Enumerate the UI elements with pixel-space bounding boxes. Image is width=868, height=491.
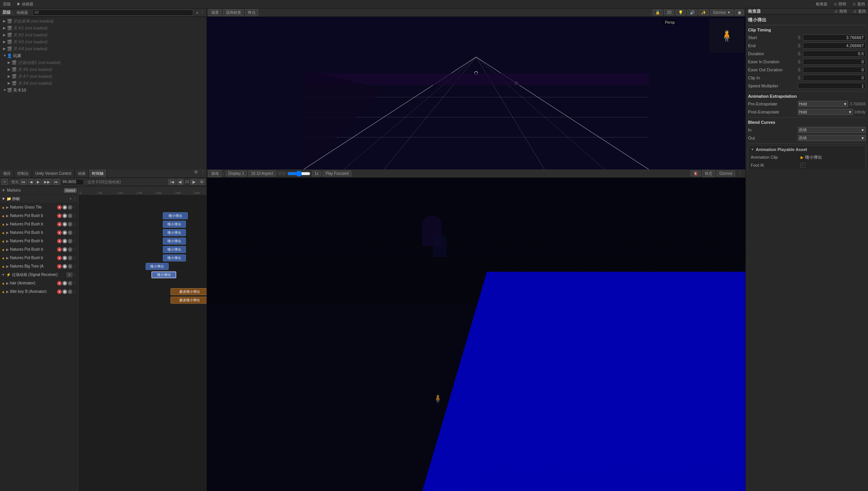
- render-mode-btn[interactable]: ▣: [735, 10, 744, 15]
- track-menu[interactable]: ⋮: [73, 214, 77, 218]
- signal-add-btn[interactable]: +: [67, 273, 72, 277]
- lock-btn[interactable]: ↕: [68, 230, 72, 235]
- mute-btn[interactable]: ◉: [62, 281, 67, 286]
- tree-item-start-menu[interactable]: ▶ 🎬 开始菜单 (not loaded): [0, 18, 207, 25]
- occlusion-btn[interactable]: ☆ 遮挡: [853, 9, 866, 14]
- tree-item-level8[interactable]: ▶ 🎬 关卡8 (not loaded): [0, 80, 207, 87]
- play-focused-btn[interactable]: Play Focused: [323, 171, 351, 176]
- panel-close-btn[interactable]: ⋮: [199, 169, 207, 177]
- tree-item-level7[interactable]: ▶ 🎬 关卡7 (not loaded): [0, 73, 207, 80]
- hierarchy-add-btn[interactable]: +: [196, 10, 199, 15]
- tree-item-level1[interactable]: ▶ 🎬 关卡1 (not loaded): [0, 25, 207, 31]
- endpoint-tab[interactable]: 终点: [245, 9, 258, 16]
- record-btn[interactable]: ●: [57, 205, 62, 210]
- track-menu[interactable]: ⋮: [73, 281, 77, 285]
- lock-btn[interactable]: ↕: [68, 264, 72, 269]
- hierarchy-search[interactable]: [33, 10, 193, 16]
- fx-btn[interactable]: ✨: [699, 10, 709, 15]
- mute-btn[interactable]: ◉: [62, 222, 67, 227]
- display-btn[interactable]: Display 1: [226, 171, 247, 176]
- lock-btn[interactable]: 🔒: [653, 10, 663, 15]
- clip-hair[interactable]: 蒙皮嗖小弹出: [171, 288, 207, 295]
- anim-clip-ref[interactable]: ▶ 嗖小弹出: [801, 154, 863, 160]
- mute-btn[interactable]: 🔇: [691, 171, 701, 176]
- speed-input[interactable]: [798, 83, 866, 89]
- track-hair[interactable]: ▲ ▶ hair (Animator) ● ◉ ↕ ⋮: [0, 279, 78, 287]
- lighting-btn[interactable]: ☆ 照明: [834, 9, 847, 14]
- lock-btn[interactable]: ↕: [68, 281, 72, 286]
- track-menu[interactable]: ⋮: [73, 231, 77, 235]
- track-little-boy[interactable]: ▲ ▶ little boy B (Animator) ● ◉ ↕ ⋮: [0, 287, 78, 296]
- hierarchy-menu-btn[interactable]: ⋮: [200, 10, 204, 15]
- clip-boy[interactable]: 蒙皮嗖小弹出: [171, 297, 207, 304]
- tree-item-level2[interactable]: ▶ 🎬 关卡2 (not loaded): [0, 31, 207, 38]
- tree-item-cutscene1[interactable]: ▶ 🎬 过场动画1 (not loaded): [0, 59, 207, 66]
- animation-tab-btn[interactable]: ▶ 动画器: [15, 1, 35, 7]
- group-static[interactable]: ▼ 📁 静帧 + ⋮: [0, 195, 78, 203]
- clip-pot-bush-2[interactable]: 嗖小弹出: [163, 229, 186, 236]
- lock-btn[interactable]: ↕: [68, 205, 72, 210]
- track-menu[interactable]: ⋮: [73, 290, 77, 294]
- tab-vcs[interactable]: Unity Version Control: [32, 169, 75, 177]
- record-btn[interactable]: ●: [57, 230, 62, 235]
- ease-out-input[interactable]: [803, 67, 866, 73]
- track-pot-bush-4[interactable]: ▲ ▶ Natures Pot Bush b ● ◉ ↕ ⋮: [0, 237, 78, 245]
- play-end-btn[interactable]: ⏭: [53, 179, 60, 185]
- track-menu[interactable]: ⋮: [73, 205, 77, 209]
- mute-btn[interactable]: ◉: [62, 230, 67, 235]
- track-menu[interactable]: ⋮: [73, 264, 77, 268]
- scene-tab[interactable]: 场景: [208, 9, 222, 16]
- record-btn[interactable]: ●: [57, 264, 62, 269]
- panel-resize-btn[interactable]: ⊞: [193, 169, 199, 177]
- record-btn[interactable]: ●: [57, 281, 62, 286]
- mute-btn[interactable]: ◉: [62, 213, 67, 218]
- end-input[interactable]: [803, 43, 866, 49]
- lock-btn[interactable]: ↕: [68, 239, 72, 243]
- tree-item-player[interactable]: ▼ 👤 玩家: [0, 52, 207, 59]
- play-fwd-btn[interactable]: ▶▶: [43, 179, 52, 185]
- time-input[interactable]: [61, 179, 84, 185]
- blend-out-dropdown[interactable]: 自动 ▼: [798, 135, 866, 141]
- mute-btn[interactable]: ◉: [62, 205, 67, 210]
- tree-item-level6[interactable]: ▶ 🎬 关卡6 (not loaded): [0, 66, 207, 73]
- hierarchy-tab-btn[interactable]: 层级: [2, 1, 12, 7]
- track-pot-bush-1[interactable]: ▲ ▶ Natures Pot Bush b ● ◉ ↕ ⋮: [0, 212, 78, 220]
- track-menu[interactable]: ⋮: [73, 222, 77, 226]
- mute-btn[interactable]: ◉: [62, 239, 67, 243]
- lock-btn[interactable]: ↕: [68, 213, 72, 218]
- track-pot-bush-2[interactable]: ▲ ▶ Natures Pot Bush b ● ◉ ↕ ⋮: [0, 220, 78, 228]
- group-add-btn[interactable]: +: [69, 197, 72, 201]
- light-btn[interactable]: 💡: [676, 10, 686, 15]
- record-btn[interactable]: ●: [57, 213, 62, 218]
- panel-menu-btn[interactable]: ⋮: [737, 171, 744, 176]
- stats-btn[interactable]: 状态: [702, 170, 715, 177]
- start-input[interactable]: [803, 34, 866, 41]
- settings-btn[interactable]: ⚙: [199, 179, 205, 185]
- record-btn[interactable]: ●: [57, 256, 62, 260]
- frame-1-btn[interactable]: |◀: [168, 179, 176, 185]
- track-menu[interactable]: ⋮: [73, 239, 77, 243]
- tab-project[interactable]: 项目: [0, 169, 14, 177]
- post-extrap-dropdown[interactable]: Hold ▼: [798, 109, 853, 115]
- record-btn[interactable]: ●: [57, 289, 62, 294]
- clip-pot-bush-5[interactable]: 嗖小弹出: [163, 255, 186, 261]
- mute-btn[interactable]: ◉: [62, 264, 67, 269]
- tree-item-level4[interactable]: ▶ 🎬 关卡4 (not loaded): [0, 45, 207, 52]
- ease-in-input[interactable]: [803, 59, 866, 65]
- pre-extrap-dropdown[interactable]: Hold ▼: [798, 101, 848, 107]
- duration-input[interactable]: [803, 51, 866, 57]
- group-menu-btn[interactable]: ⋮: [73, 197, 77, 201]
- record-btn[interactable]: ●: [57, 222, 62, 227]
- lock-btn[interactable]: ↕: [68, 247, 72, 252]
- blend-in-dropdown[interactable]: 自动 ▼: [798, 127, 866, 133]
- track-menu[interactable]: ⋮: [73, 256, 77, 260]
- record-btn[interactable]: ●: [57, 239, 62, 243]
- add-track-btn[interactable]: +: [2, 179, 8, 185]
- gizmos-btn[interactable]: Gizmos ▼: [710, 10, 733, 15]
- clip-pot-bush-1[interactable]: 嗖小弹出: [163, 221, 186, 228]
- audio-btn[interactable]: 🔊: [687, 10, 697, 15]
- clip-pot-bush-4[interactable]: 嗖小弹出: [163, 246, 186, 253]
- mute-btn[interactable]: ◉: [62, 247, 67, 252]
- inspector-tab-btn[interactable]: 检查器: [814, 1, 829, 7]
- track-pot-bush-3[interactable]: ▲ ▶ Natures Pot Bush b ● ◉ ↕ ⋮: [0, 228, 78, 237]
